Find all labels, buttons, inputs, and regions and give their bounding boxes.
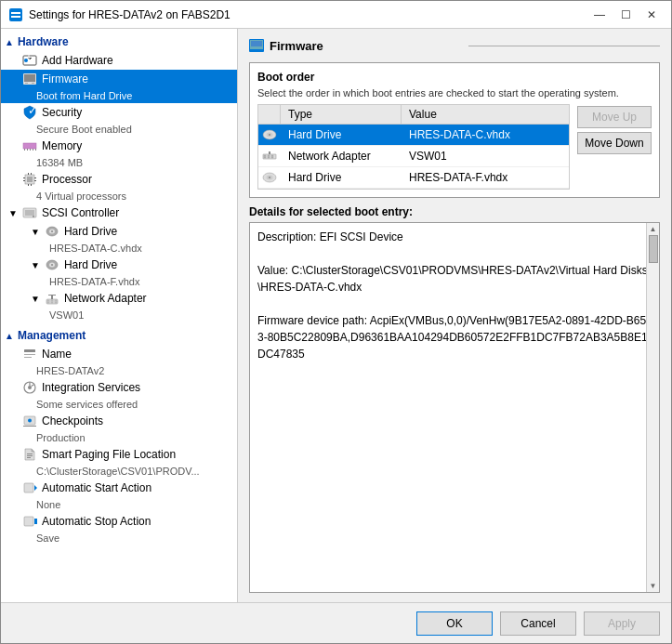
hdd1-sub-label: HRES-DATA-C.vhdx	[49, 243, 142, 254]
ok-button[interactable]: OK	[416, 611, 493, 636]
hdd2-label: Hard Drive	[64, 258, 117, 271]
firmware-sub-label: Boot from Hard Drive	[36, 90, 132, 101]
boot-col-value: Value	[402, 105, 569, 124]
sidebar-item-scsi-header[interactable]: ▼ SCSI Controller	[1, 204, 237, 222]
move-up-button[interactable]: Move Up	[577, 106, 652, 128]
svg-rect-59	[24, 517, 33, 526]
security-icon: ✓	[21, 105, 38, 120]
auto-stop-label: Automatic Stop Action	[42, 515, 151, 528]
memory-label: Memory	[42, 139, 82, 152]
svg-rect-14	[24, 149, 25, 151]
sidebar-item-security[interactable]: ✓ Security	[1, 103, 237, 122]
svg-rect-30	[25, 210, 34, 216]
firmware-icon	[21, 72, 38, 86]
sidebar-item-memory[interactable]: Memory	[1, 137, 237, 155]
sidebar-item-netadapter-header[interactable]: ▼ Network Adapter	[1, 289, 237, 308]
minimize-button[interactable]: —	[587, 6, 612, 24]
svg-rect-10	[25, 83, 28, 84]
title-bar: Settings for HRES-DATAv2 on FABS2D1 — ☐ …	[1, 1, 671, 29]
svg-rect-39	[47, 300, 49, 303]
window-controls: — ☐ ✕	[587, 6, 664, 24]
svg-rect-63	[251, 41, 262, 46]
integration-sub-label: Some services offered	[36, 399, 138, 410]
netadapter-icon	[44, 291, 60, 306]
boot-table-wrapper: Type Value H	[257, 104, 652, 190]
auto-start-sub-label: None	[36, 499, 60, 510]
svg-marker-58	[34, 485, 37, 491]
sidebar-item-add-hardware[interactable]: + Add Hardware	[1, 51, 237, 70]
svg-rect-40	[51, 300, 53, 303]
netadapter-label: Network Adapter	[64, 292, 147, 305]
sidebar-item-hdd2-header[interactable]: ▼ Hard Drive	[1, 256, 237, 274]
sidebar-item-processor[interactable]: Processor	[1, 170, 237, 189]
sidebar-item-firmware-sub[interactable]: Boot from Hard Drive	[1, 88, 237, 103]
svg-rect-69	[268, 155, 270, 158]
processor-icon	[21, 172, 38, 187]
svg-rect-24	[31, 184, 32, 186]
hardware-section-header[interactable]: ▲ Hardware	[1, 33, 237, 51]
apply-button[interactable]: Apply	[584, 611, 660, 636]
scroll-down-arrow[interactable]: ▼	[650, 582, 657, 590]
svg-rect-13	[23, 143, 36, 149]
maximize-button[interactable]: ☐	[613, 6, 638, 24]
scroll-thumb[interactable]	[649, 235, 658, 263]
memory-icon	[21, 138, 38, 153]
close-button[interactable]: ✕	[639, 6, 664, 24]
sidebar-item-smart-paging[interactable]: Smart Paging File Location	[1, 445, 237, 464]
name-label: Name	[42, 348, 72, 361]
scroll-up-arrow[interactable]: ▲	[650, 225, 657, 233]
hdd1-collapse-icon: ▼	[31, 227, 40, 237]
sidebar-item-firmware[interactable]: Firmware	[1, 70, 237, 88]
boot-row-1-type: Hard Drive	[281, 125, 402, 145]
svg-rect-53	[23, 426, 36, 427]
smart-paging-label: Smart Paging File Location	[42, 448, 176, 461]
svg-rect-28	[34, 180, 36, 181]
details-content: Description: EFI SCSI Device Value: C:\C…	[257, 230, 648, 361]
svg-rect-22	[31, 173, 32, 175]
sidebar-item-netadapter-sub: VSW01	[1, 308, 237, 322]
add-hardware-label: Add Hardware	[42, 54, 113, 67]
right-panel: Firmware Boot order Select the order in …	[238, 29, 671, 602]
processor-sub-label: 4 Virtual processors	[36, 191, 126, 202]
panel-header: Firmware	[249, 38, 660, 53]
svg-rect-70	[271, 155, 273, 158]
svg-rect-18	[35, 149, 36, 151]
cancel-button[interactable]: Cancel	[500, 611, 576, 636]
boot-row-3-value: HRES-DATA-F.vhdx	[402, 167, 569, 188]
sidebar: ▲ Hardware + Add Hardware	[1, 29, 238, 602]
sidebar-item-checkpoints[interactable]: Checkpoints	[1, 412, 237, 430]
svg-rect-68	[264, 155, 266, 158]
boot-row-3[interactable]: Hard Drive HRES-DATA-F.vhdx	[258, 167, 569, 189]
scrollbar[interactable]: ▲ ▼	[646, 223, 659, 592]
sidebar-item-name[interactable]: Name	[1, 345, 237, 363]
hdd2-sub-label: HRES-DATA-F.vhdx	[49, 276, 139, 287]
move-down-button[interactable]: Move Down	[577, 132, 652, 154]
integration-icon	[21, 380, 38, 395]
sidebar-item-processor-sub: 4 Virtual processors	[1, 189, 237, 204]
boot-col-type: Type	[281, 105, 402, 124]
boot-row-1[interactable]: Hard Drive HRES-DATA-C.vhdx	[258, 125, 569, 146]
sidebar-item-auto-start-sub: None	[1, 497, 237, 512]
svg-rect-17	[33, 149, 33, 151]
svg-rect-41	[55, 300, 57, 303]
add-hardware-icon: +	[21, 53, 38, 68]
sidebar-item-memory-sub: 16384 MB	[1, 155, 237, 170]
sidebar-item-auto-start[interactable]: Automatic Start Action	[1, 479, 237, 497]
svg-rect-15	[27, 149, 28, 151]
move-buttons: Move Up Move Down	[577, 104, 652, 190]
auto-start-label: Automatic Start Action	[42, 481, 152, 494]
svg-rect-21	[28, 173, 29, 175]
hdd2-icon	[44, 257, 60, 272]
window-title: Settings for HRES-DATAv2 on FABS2D1	[29, 8, 587, 21]
auto-start-icon	[21, 480, 38, 495]
sidebar-item-auto-stop[interactable]: Automatic Stop Action	[1, 512, 237, 531]
sidebar-item-hdd1-header[interactable]: ▼ Hard Drive	[1, 222, 237, 241]
security-sub-label: Secure Boot enabled	[36, 124, 132, 135]
boot-order-label: Boot order	[257, 71, 652, 84]
details-box[interactable]: Description: EFI SCSI Device Value: C:\C…	[249, 222, 660, 593]
sidebar-item-hdd2-sub: HRES-DATA-F.vhdx	[1, 274, 237, 289]
boot-row-2[interactable]: Network Adapter VSW01	[258, 146, 569, 167]
sidebar-item-integration[interactable]: Integration Services	[1, 378, 237, 397]
netadapter-collapse-icon: ▼	[31, 294, 40, 304]
management-section-header[interactable]: ▲ Management	[1, 326, 237, 345]
